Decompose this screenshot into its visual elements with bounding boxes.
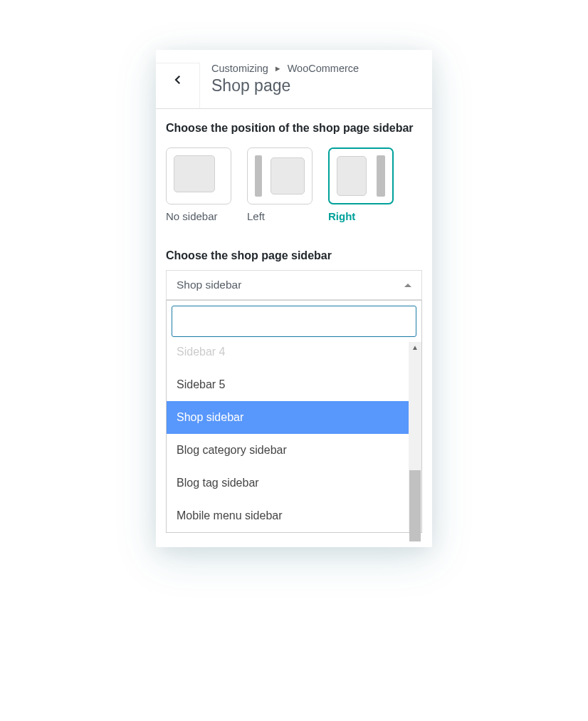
layout-option-right[interactable]: Right	[328, 147, 394, 222]
layout-preview-right	[328, 147, 394, 204]
dropdown-option[interactable]: Blog category sidebar	[167, 434, 409, 467]
search-input-wrapper	[167, 301, 421, 342]
back-button[interactable]	[156, 63, 200, 108]
sidebar-position-label: Choose the position of the shop page sid…	[156, 119, 432, 138]
dropdown-option[interactable]: Blog tag sidebar	[167, 467, 409, 499]
panel-body: Choose the position of the shop page sid…	[156, 109, 432, 533]
layout-options: No sidebar Left Right	[156, 147, 432, 222]
panel-header: Customizing ► WooCommerce Shop page	[156, 50, 432, 109]
layout-option-left[interactable]: Left	[247, 147, 313, 222]
preview-sidebar-block	[255, 155, 262, 197]
chevron-left-icon	[172, 73, 184, 86]
breadcrumb-section: WooCommerce	[288, 63, 359, 74]
scroll-up-arrow-icon[interactable]: ▲	[411, 344, 419, 351]
dropdown-option[interactable]: Shop sidebar	[167, 401, 409, 434]
preview-content-block	[271, 157, 305, 194]
preview-content-block	[337, 156, 367, 196]
sidebar-select-label: Choose the shop page sidebar	[156, 247, 432, 265]
dropdown-scrollbar[interactable]: ▲ ▼	[409, 342, 421, 532]
sidebar-select-field[interactable]: Shop sidebar	[166, 270, 422, 300]
dropdown-option[interactable]: Mobile menu sidebar	[167, 499, 409, 532]
dropdown-options-container: Sidebar 4 Sidebar 5 Shop sidebar Blog ca…	[167, 342, 421, 532]
layout-label-none: No sidebar	[166, 210, 231, 222]
triangle-up-icon	[404, 284, 411, 287]
layout-label-left: Left	[247, 210, 313, 222]
layout-label-right: Right	[328, 210, 394, 222]
dropdown-search-input[interactable]	[172, 306, 416, 337]
dropdown-option[interactable]: Sidebar 4	[167, 342, 409, 368]
customizer-panel: Customizing ► WooCommerce Shop page Choo…	[156, 50, 432, 547]
sidebar-dropdown: Sidebar 4 Sidebar 5 Shop sidebar Blog ca…	[166, 300, 422, 533]
select-display[interactable]: Shop sidebar	[166, 270, 422, 300]
preview-content-block	[174, 155, 215, 192]
breadcrumb: Customizing ► WooCommerce	[211, 63, 432, 74]
breadcrumb-root: Customizing	[211, 63, 268, 74]
page-title: Shop page	[211, 76, 432, 95]
dropdown-options-list: Sidebar 4 Sidebar 5 Shop sidebar Blog ca…	[167, 342, 409, 532]
dropdown-option[interactable]: Sidebar 5	[167, 368, 409, 401]
layout-option-none[interactable]: No sidebar	[166, 147, 231, 222]
select-current-value: Shop sidebar	[177, 279, 241, 291]
layout-preview-left	[247, 147, 313, 204]
scrollbar-thumb[interactable]	[409, 470, 421, 541]
breadcrumb-separator-icon: ►	[274, 64, 282, 73]
header-text: Customizing ► WooCommerce Shop page	[200, 50, 432, 108]
preview-sidebar-block	[377, 155, 385, 197]
layout-preview-none	[166, 147, 231, 204]
